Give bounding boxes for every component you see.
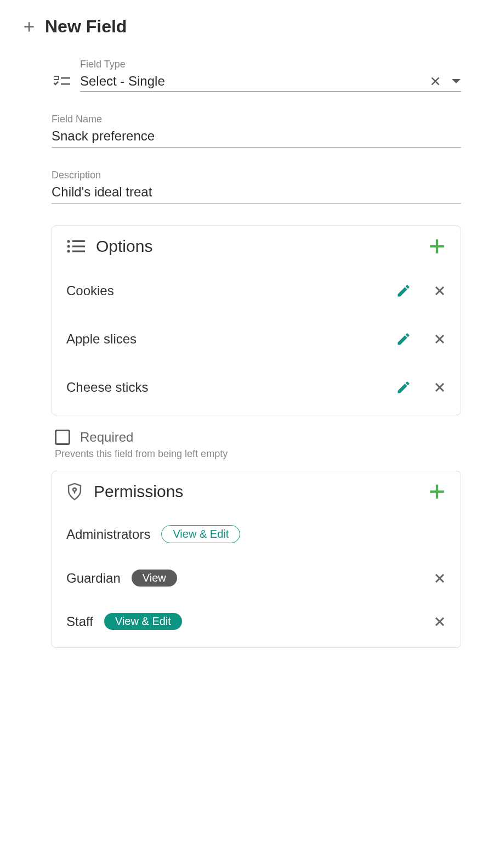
select-type-icon (54, 75, 70, 87)
edit-option-button[interactable] (396, 380, 411, 395)
required-checkbox[interactable] (55, 430, 70, 445)
option-row: Cookies (66, 267, 446, 315)
field-type-select[interactable]: Field Type Select - Single (80, 59, 461, 92)
svg-rect-2 (54, 76, 59, 80)
add-option-button[interactable] (428, 237, 446, 256)
svg-point-7 (67, 240, 70, 243)
description-input[interactable]: Child's ideal treat (52, 184, 461, 204)
shield-icon (66, 482, 83, 501)
svg-point-11 (67, 250, 70, 253)
permissions-heading: Permissions (94, 482, 183, 501)
permission-badge[interactable]: View & Edit (104, 613, 182, 630)
svg-point-9 (67, 245, 70, 248)
field-name-input[interactable]: Snack preference (52, 128, 461, 148)
edit-option-button[interactable] (396, 331, 411, 347)
permission-row: Administrators View & Edit (66, 512, 446, 556)
svg-rect-3 (61, 77, 70, 79)
option-label: Cookies (66, 283, 114, 298)
permission-role: Staff (66, 614, 93, 629)
dropdown-caret-icon[interactable] (451, 78, 461, 84)
add-permission-button[interactable] (428, 482, 446, 501)
svg-rect-4 (61, 83, 70, 85)
option-label: Cheese sticks (66, 380, 148, 395)
options-card: Options Cookies Apple slices Cheese (52, 226, 461, 415)
remove-permission-button[interactable] (433, 572, 446, 585)
option-row: Cheese sticks (66, 363, 446, 412)
edit-option-button[interactable] (396, 283, 411, 298)
svg-rect-8 (72, 240, 85, 242)
plus-icon (22, 20, 36, 34)
svg-rect-10 (72, 246, 85, 247)
required-label: Required (80, 430, 133, 445)
description-label: Description (52, 170, 461, 181)
svg-point-21 (73, 488, 76, 492)
options-heading: Options (96, 237, 152, 256)
clear-type-icon[interactable] (429, 75, 441, 87)
permission-row: Guardian View (66, 556, 446, 600)
option-row: Apple slices (66, 315, 446, 363)
field-name-label: Field Name (52, 114, 461, 125)
required-help-text: Prevents this field from being left empt… (55, 448, 461, 460)
permission-row: Staff View & Edit (66, 600, 446, 643)
permission-role: Administrators (66, 527, 150, 542)
list-icon (66, 239, 85, 254)
permission-badge[interactable]: View (132, 570, 177, 587)
field-type-label: Field Type (80, 59, 461, 70)
remove-option-button[interactable] (433, 332, 446, 346)
option-label: Apple slices (66, 331, 137, 347)
remove-option-button[interactable] (433, 381, 446, 394)
page-header: New Field (22, 16, 461, 37)
svg-rect-12 (72, 251, 85, 252)
page-title: New Field (45, 16, 127, 37)
remove-option-button[interactable] (433, 284, 446, 297)
field-type-value: Select - Single (80, 74, 165, 89)
permission-badge[interactable]: View & Edit (161, 525, 240, 543)
remove-permission-button[interactable] (433, 615, 446, 628)
permissions-card: Permissions Administrators View & Edit G… (52, 471, 461, 648)
permission-role: Guardian (66, 571, 121, 586)
